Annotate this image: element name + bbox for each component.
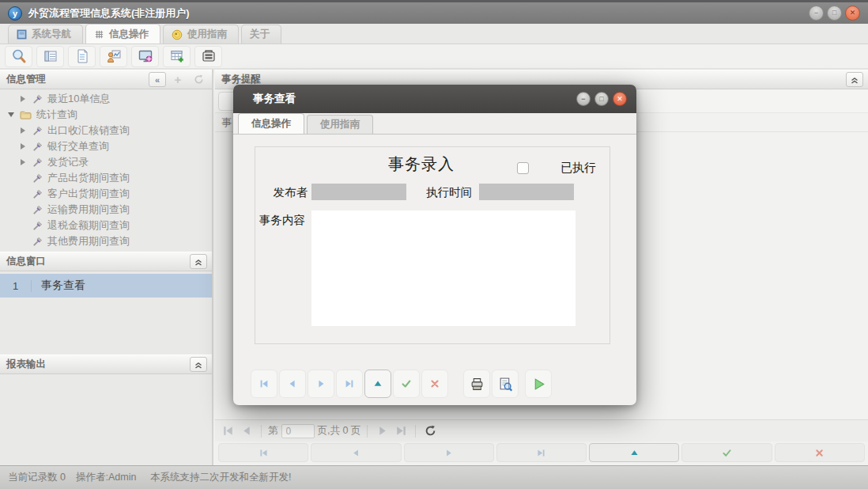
tree-item-bank-docs[interactable]: 银行交单查询 bbox=[0, 138, 212, 154]
monitor-globe-icon bbox=[138, 48, 153, 64]
tab-system-nav[interactable]: 系统导航 bbox=[8, 25, 83, 44]
window-controls: − □ ✕ bbox=[809, 6, 860, 21]
first-icon bbox=[259, 378, 270, 389]
expand-arrow-icon[interactable] bbox=[21, 127, 25, 134]
table-add-button[interactable] bbox=[163, 46, 191, 67]
dialog-preview-button[interactable] bbox=[492, 370, 519, 398]
confirm-icon bbox=[722, 448, 732, 458]
icon-toolbar bbox=[0, 44, 868, 70]
dialog-cancel-button[interactable] bbox=[421, 370, 448, 398]
exec-time-field bbox=[479, 184, 574, 200]
dialog-tab-user-guide[interactable]: 使用指南 bbox=[307, 115, 373, 134]
record-cancel-button[interactable] bbox=[775, 443, 865, 462]
record-count-status: 当前记录数 0 bbox=[8, 471, 76, 484]
executed-checkbox[interactable] bbox=[517, 162, 529, 174]
next-icon bbox=[315, 378, 326, 389]
tree-item-recent-10[interactable]: 最近10单信息 bbox=[0, 91, 212, 107]
dialog-body: 事务录入 已执行 发布者 执行时间 事务内容 bbox=[233, 135, 636, 405]
status-bar: 当前记录数 0 操作者:Admin 本系统支持二次开发和全新开发! bbox=[0, 465, 868, 489]
page-previous-button[interactable] bbox=[239, 423, 255, 439]
record-next-button[interactable] bbox=[404, 443, 494, 462]
close-button[interactable]: ✕ bbox=[845, 6, 860, 21]
double-chevron-up-icon bbox=[194, 360, 203, 370]
query-tool-icon bbox=[32, 221, 43, 231]
table-view-button[interactable] bbox=[36, 46, 64, 67]
collapse-up-button[interactable] bbox=[846, 72, 863, 87]
dialog-confirm-button[interactable] bbox=[393, 370, 420, 398]
row-label: 事务查看 bbox=[32, 279, 85, 293]
dialog-print-button[interactable] bbox=[463, 370, 490, 398]
application-window: y 外贸流程管理信息系统(非注册用户) − □ ✕ 系统导航 信息操作 使用指南… bbox=[0, 0, 868, 489]
cancel-icon bbox=[429, 378, 440, 389]
dialog-previous-button[interactable] bbox=[279, 370, 306, 398]
expand-arrow-icon[interactable] bbox=[21, 159, 25, 165]
query-tool-icon bbox=[32, 142, 43, 152]
monitor-button[interactable] bbox=[131, 46, 159, 67]
info-tree: 最近10单信息 统计查询 出口收汇核销查询 银行交单查询 发货记录 bbox=[0, 89, 212, 252]
minimize-button[interactable]: − bbox=[809, 6, 824, 21]
document-icon bbox=[74, 48, 90, 64]
expand-arrow-icon[interactable] bbox=[21, 143, 25, 150]
content-textarea[interactable] bbox=[311, 210, 576, 326]
tree-item-tax-refund-period[interactable]: 退税金额期间查询 bbox=[0, 218, 212, 233]
user-report-icon bbox=[106, 48, 122, 64]
dialog-close-button[interactable]: ✕ bbox=[613, 92, 627, 106]
table-view-icon bbox=[43, 48, 58, 64]
dialog-minimize-button[interactable]: − bbox=[576, 92, 591, 106]
tab-about[interactable]: 关于 bbox=[241, 25, 281, 44]
publisher-label: 发布者 bbox=[271, 185, 308, 200]
move-up-icon bbox=[629, 448, 640, 458]
tree-folder-statistics[interactable]: 统计查询 bbox=[0, 107, 212, 123]
app-logo-icon: y bbox=[8, 6, 22, 21]
transaction-view-dialog: 事务查看 − □ ✕ 信息操作 使用指南 事务录入 已执行 发布者 执行时间 事… bbox=[233, 85, 636, 405]
tree-item-other-cost-period[interactable]: 其他费用期间查询 bbox=[0, 233, 212, 249]
add-icon[interactable]: + bbox=[169, 72, 187, 87]
record-first-button[interactable] bbox=[218, 443, 308, 462]
page-next-button[interactable] bbox=[374, 423, 390, 439]
folder-icon bbox=[20, 110, 32, 119]
tree-item-product-shipment-period[interactable]: 产品出货期间查询 bbox=[0, 170, 212, 186]
dialog-moveup-button[interactable] bbox=[364, 370, 391, 398]
refresh-button[interactable] bbox=[422, 423, 438, 439]
confirm-icon bbox=[401, 378, 412, 389]
query-tool-icon bbox=[32, 157, 43, 168]
page-first-button[interactable] bbox=[220, 423, 236, 439]
dialog-first-button[interactable] bbox=[251, 370, 277, 398]
query-tool-icon bbox=[32, 205, 43, 215]
user-report-button[interactable] bbox=[100, 46, 127, 67]
record-confirm-button[interactable] bbox=[681, 443, 772, 462]
tree-item-shipping-records[interactable]: 发货记录 bbox=[0, 154, 212, 170]
executed-label: 已执行 bbox=[560, 161, 596, 176]
tree-item-transport-cost-period[interactable]: 运输费用期间查询 bbox=[0, 202, 212, 218]
document-button[interactable] bbox=[68, 46, 96, 67]
tab-info-operation[interactable]: 信息操作 bbox=[85, 24, 160, 44]
print-icon bbox=[470, 377, 485, 392]
dialog-tab-info-operation[interactable]: 信息操作 bbox=[238, 113, 304, 134]
record-moveup-button[interactable] bbox=[589, 443, 679, 462]
maximize-button[interactable]: □ bbox=[827, 6, 842, 21]
previous-icon bbox=[287, 378, 298, 389]
record-previous-button[interactable] bbox=[311, 443, 401, 462]
query-tool-icon bbox=[32, 94, 43, 104]
tab-user-guide[interactable]: 使用指南 bbox=[163, 25, 239, 44]
dialog-maximize-button[interactable]: □ bbox=[594, 92, 609, 106]
dialog-last-button[interactable] bbox=[336, 370, 363, 398]
dialog-execute-button[interactable] bbox=[525, 370, 552, 398]
tree-item-export-verification[interactable]: 出口收汇核销查询 bbox=[0, 123, 212, 138]
tree-item-customer-shipment-period[interactable]: 客户出货期间查询 bbox=[0, 186, 212, 202]
search-button[interactable] bbox=[5, 46, 32, 67]
record-last-button[interactable] bbox=[496, 443, 587, 462]
expand-arrow-icon[interactable] bbox=[21, 96, 25, 102]
refresh-icon[interactable] bbox=[190, 72, 207, 87]
page-last-button[interactable] bbox=[393, 423, 409, 439]
play-icon bbox=[532, 377, 545, 391]
page-number-input[interactable] bbox=[281, 424, 315, 438]
collapse-left-button[interactable]: « bbox=[149, 72, 166, 87]
collapse-up-button[interactable] bbox=[190, 254, 207, 269]
dialog-next-button[interactable] bbox=[308, 370, 334, 398]
collapse-up-button[interactable] bbox=[190, 357, 207, 372]
card-file-button[interactable] bbox=[194, 46, 222, 67]
info-window-row-selected[interactable]: 1 事务查看 bbox=[0, 274, 212, 298]
info-window-empty-area bbox=[0, 298, 212, 354]
collapse-arrow-icon[interactable] bbox=[8, 112, 14, 117]
